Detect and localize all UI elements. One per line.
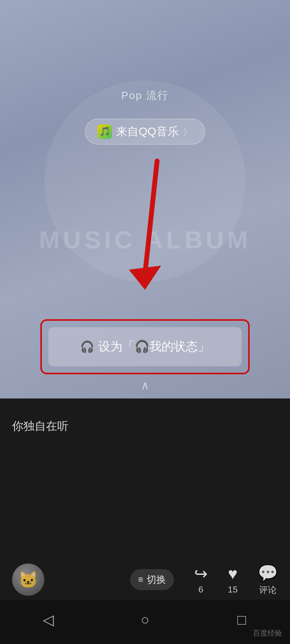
status-emoji-icon: 🎧 bbox=[80, 340, 94, 353]
like-button[interactable]: ♥ 15 bbox=[228, 565, 238, 595]
home-nav-button[interactable]: ○ bbox=[129, 608, 161, 632]
action-buttons-group: ≡ 切换 ↪ 6 ♥ 15 💬 评论 bbox=[130, 564, 278, 596]
qq-music-icon: 🎵 bbox=[97, 124, 112, 139]
chevron-up-icon[interactable]: ∧ bbox=[141, 379, 149, 392]
qq-music-label: 来自QQ音乐 bbox=[116, 124, 179, 139]
avatar-image: 🐱 bbox=[12, 564, 44, 596]
share-count: 6 bbox=[198, 584, 203, 595]
svg-line-0 bbox=[145, 161, 157, 274]
genre-label: Pop 流行 bbox=[121, 89, 169, 103]
comment-icon: 💬 bbox=[258, 564, 278, 582]
listening-label: 你独自在听 bbox=[0, 398, 290, 434]
set-status-label: 设为「🎧我的状态」 bbox=[98, 339, 210, 355]
app-container: Pop 流行 🎵 来自QQ音乐 〉 MUSIC ALBUM 🎧 bbox=[0, 0, 290, 644]
back-nav-icon: ◁ bbox=[43, 611, 54, 628]
switch-label: 切换 bbox=[147, 573, 166, 586]
bottom-section: 你独自在听 🐱 ≡ 切换 ↪ 6 bbox=[0, 398, 290, 644]
recents-nav-icon: □ bbox=[237, 611, 246, 628]
svg-marker-1 bbox=[129, 266, 161, 290]
qq-music-button[interactable]: 🎵 来自QQ音乐 〉 bbox=[85, 119, 205, 144]
heart-icon: ♥ bbox=[228, 565, 238, 583]
qq-music-chevron: 〉 bbox=[183, 125, 193, 138]
comment-label: 评论 bbox=[259, 584, 277, 596]
baidu-watermark: 百度经验 bbox=[253, 628, 282, 638]
album-watermark: MUSIC ALBUM bbox=[39, 225, 251, 254]
share-button[interactable]: ↪ 6 bbox=[194, 564, 208, 595]
set-status-area: 🎧 设为「🎧我的状态」 bbox=[40, 319, 250, 374]
red-border-highlight: 🎧 设为「🎧我的状态」 bbox=[40, 319, 250, 374]
home-nav-icon: ○ bbox=[141, 611, 149, 628]
like-count: 15 bbox=[228, 584, 238, 595]
music-card: Pop 流行 🎵 来自QQ音乐 〉 MUSIC ALBUM 🎧 bbox=[0, 0, 290, 398]
back-nav-button[interactable]: ◁ bbox=[32, 608, 64, 632]
action-bar: 🐱 ≡ 切换 ↪ 6 ♥ 15 bbox=[0, 559, 290, 600]
user-avatar[interactable]: 🐱 bbox=[12, 564, 44, 596]
comment-button[interactable]: 💬 评论 bbox=[258, 564, 278, 596]
set-status-button[interactable]: 🎧 设为「🎧我的状态」 bbox=[48, 327, 242, 366]
system-nav-bar: ◁ ○ □ bbox=[0, 600, 290, 644]
switch-button[interactable]: ≡ 切换 bbox=[130, 569, 174, 590]
switch-lines-icon: ≡ bbox=[138, 574, 143, 585]
share-icon: ↪ bbox=[194, 564, 208, 583]
